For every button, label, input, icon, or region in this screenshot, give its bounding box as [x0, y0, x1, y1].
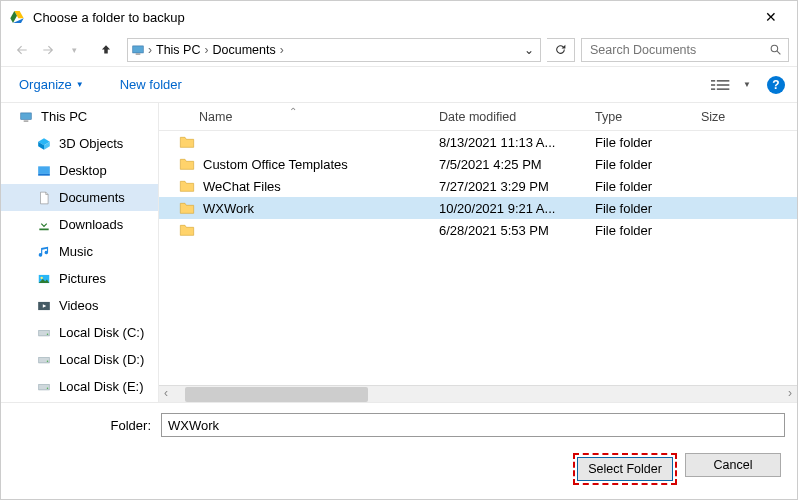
caret-down-icon: ▼ — [76, 80, 84, 89]
svg-rect-26 — [39, 330, 50, 335]
svg-rect-14 — [24, 120, 29, 121]
tree-item-label: Downloads — [59, 217, 123, 232]
tree-item-label: Desktop — [59, 163, 107, 178]
search-input[interactable] — [588, 42, 769, 58]
file-type: File folder — [595, 201, 701, 216]
file-list[interactable]: 8/13/2021 11:13 A...File folderCustom Of… — [159, 131, 797, 385]
tree-item-downloads[interactable]: Downloads — [1, 211, 158, 238]
highlight-annotation: Select Folder — [573, 453, 677, 485]
address-dropdown[interactable]: ⌄ — [518, 43, 540, 57]
tree-item-local-disk-f-[interactable]: Local Disk (F:) — [1, 400, 158, 402]
svg-rect-9 — [711, 84, 715, 86]
col-size[interactable]: Size — [701, 110, 797, 124]
sort-indicator-icon: ⌃ — [289, 106, 297, 117]
disk-icon — [35, 325, 53, 341]
new-folder-button[interactable]: New folder — [114, 73, 188, 96]
svg-point-22 — [41, 276, 43, 278]
search-box[interactable] — [581, 38, 789, 62]
svg-point-27 — [47, 333, 49, 335]
footer: Folder: Select Folder Cancel — [1, 402, 797, 499]
navigation-row: ▾ › This PC › Documents › ⌄ — [1, 33, 797, 67]
column-headers: Name ⌃ Date modified Type Size — [159, 103, 797, 131]
tree-item-documents[interactable]: Documents — [1, 184, 158, 211]
tree-item-label: 3D Objects — [59, 136, 123, 151]
svg-rect-10 — [717, 84, 730, 86]
tree-item-label: This PC — [41, 109, 87, 124]
svg-rect-13 — [21, 112, 32, 118]
tree-item-3d-objects[interactable]: 3D Objects — [1, 130, 158, 157]
svg-point-31 — [47, 387, 49, 389]
navigation-tree[interactable]: This PC3D ObjectsDesktopDocumentsDownloa… — [1, 103, 159, 402]
file-row[interactable]: 6/28/2021 5:53 PMFile folder — [159, 219, 797, 241]
tree-item-pictures[interactable]: Pictures — [1, 265, 158, 292]
dialog-window: Choose a folder to backup ✕ ▾ › This PC … — [0, 0, 798, 500]
svg-rect-3 — [133, 45, 144, 52]
body-pane: This PC3D ObjectsDesktopDocumentsDownloa… — [1, 103, 797, 402]
svg-line-6 — [777, 51, 780, 54]
tree-item-label: Local Disk (D:) — [59, 352, 144, 367]
address-bar[interactable]: › This PC › Documents › ⌄ — [127, 38, 541, 62]
col-name[interactable]: Name ⌃ — [159, 110, 439, 124]
tree-item-label: Pictures — [59, 271, 106, 286]
col-type[interactable]: Type — [595, 110, 701, 124]
up-button[interactable] — [93, 38, 119, 62]
folder-field-label: Folder: — [13, 418, 161, 433]
tree-item-this-pc[interactable]: This PC — [1, 103, 158, 130]
breadcrumb-root[interactable]: This PC — [152, 43, 204, 57]
scrollbar-thumb[interactable] — [185, 387, 368, 402]
pc-icon — [17, 109, 35, 125]
svg-point-29 — [47, 360, 49, 362]
forward-button[interactable] — [35, 38, 61, 62]
svg-rect-28 — [39, 357, 50, 362]
3d-icon — [35, 136, 53, 152]
tree-item-videos[interactable]: Videos — [1, 292, 158, 319]
file-row[interactable]: Custom Office Templates7/5/2021 4:25 PMF… — [159, 153, 797, 175]
music-icon — [35, 244, 53, 260]
toolbar: Organize ▼ New folder ▼ ? — [1, 67, 797, 103]
desktop-icon — [35, 163, 53, 179]
svg-rect-4 — [136, 53, 141, 54]
back-button[interactable] — [9, 38, 35, 62]
disk-icon — [35, 379, 53, 395]
refresh-button[interactable] — [547, 38, 575, 62]
svg-rect-7 — [711, 80, 715, 82]
view-caret-icon[interactable]: ▼ — [737, 80, 757, 89]
horizontal-scrollbar[interactable]: ‹ › — [159, 385, 797, 402]
svg-rect-12 — [717, 88, 730, 90]
svg-rect-20 — [39, 228, 48, 230]
tree-item-desktop[interactable]: Desktop — [1, 157, 158, 184]
tree-item-music[interactable]: Music — [1, 238, 158, 265]
tree-item-label: Local Disk (C:) — [59, 325, 144, 340]
chevron-right-icon: › — [280, 43, 284, 57]
file-row[interactable]: WeChat Files7/27/2021 3:29 PMFile folder — [159, 175, 797, 197]
tree-item-label: Local Disk (E:) — [59, 379, 144, 394]
file-row[interactable]: WXWork10/20/2021 9:21 A...File folder — [159, 197, 797, 219]
documents-icon — [35, 190, 53, 206]
select-folder-button[interactable]: Select Folder — [577, 457, 673, 481]
organize-button[interactable]: Organize ▼ — [13, 73, 90, 96]
help-button[interactable]: ? — [767, 76, 785, 94]
file-name: WeChat Files — [203, 179, 281, 194]
search-icon — [769, 43, 782, 56]
svg-rect-8 — [717, 80, 730, 82]
breadcrumb-current[interactable]: Documents — [208, 43, 279, 57]
col-name-label: Name — [199, 110, 232, 124]
tree-item-local-disk-d-[interactable]: Local Disk (D:) — [1, 346, 158, 373]
col-date[interactable]: Date modified — [439, 110, 595, 124]
cancel-button[interactable]: Cancel — [685, 453, 781, 477]
file-type: File folder — [595, 223, 701, 238]
file-date: 8/13/2021 11:13 A... — [439, 135, 595, 150]
close-button[interactable]: ✕ — [753, 9, 789, 25]
recent-dropdown[interactable]: ▾ — [61, 38, 87, 62]
tree-item-label: Documents — [59, 190, 125, 205]
file-type: File folder — [595, 179, 701, 194]
tree-item-local-disk-e-[interactable]: Local Disk (E:) — [1, 373, 158, 400]
file-date: 10/20/2021 9:21 A... — [439, 201, 595, 216]
folder-name-input[interactable] — [161, 413, 785, 437]
file-name: WXWork — [203, 201, 254, 216]
view-options-button[interactable] — [705, 78, 737, 92]
file-date: 7/5/2021 4:25 PM — [439, 157, 595, 172]
file-row[interactable]: 8/13/2021 11:13 A...File folder — [159, 131, 797, 153]
tree-item-local-disk-c-[interactable]: Local Disk (C:) — [1, 319, 158, 346]
file-pane: Name ⌃ Date modified Type Size 8/13/2021… — [159, 103, 797, 402]
